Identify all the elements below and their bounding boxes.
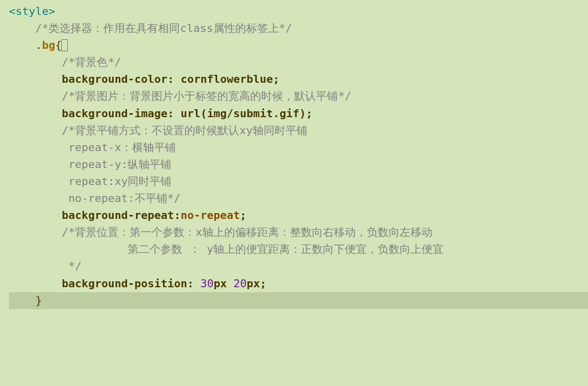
- code-line-6: /*背景图片：背景图片小于标签的宽高的时候，默认平铺*/: [9, 90, 351, 102]
- code-line-11: repeat:xy同时平铺: [9, 175, 171, 188]
- code-line-12: no-repeat:不平铺*/: [9, 192, 180, 204]
- code-line-14: /*背景位置：第一个参数：x轴上的偏移距离：整数向右移动，负数向左移动: [9, 226, 433, 238]
- text-cursor: [61, 39, 68, 51]
- code-line-9: repeat-x：横轴平铺: [9, 141, 176, 154]
- code-line-17: background-position: 30px 20px;: [9, 277, 267, 290]
- code-line-2: /*类选择器：作用在具有相同class属性的标签上*/: [9, 22, 292, 34]
- code-editor[interactable]: <style> /*类选择器：作用在具有相同class属性的标签上*/ .bg{…: [0, 0, 588, 309]
- code-line-18-highlighted: }: [9, 292, 588, 309]
- code-line-16: */: [9, 260, 82, 272]
- code-line-7: background-image: url(img/submit.gif);: [9, 107, 312, 120]
- code-line-4: /*背景色*/: [9, 56, 121, 68]
- code-line-5: background-color: cornflowerblue;: [9, 73, 280, 85]
- code-line-3: .bg{: [9, 39, 68, 51]
- code-line-1: <style>: [9, 5, 55, 17]
- code-line-13: background-repeat:no-repeat;: [9, 209, 247, 221]
- code-line-15: 第二个参数 ： y轴上的便宜距离：正数向下便宜，负数向上便宜: [9, 243, 443, 255]
- code-line-10: repeat-y:纵轴平铺: [9, 158, 171, 171]
- code-line-8: /*背景平铺方式：不设置的时候默认xy轴同时平铺: [9, 124, 307, 137]
